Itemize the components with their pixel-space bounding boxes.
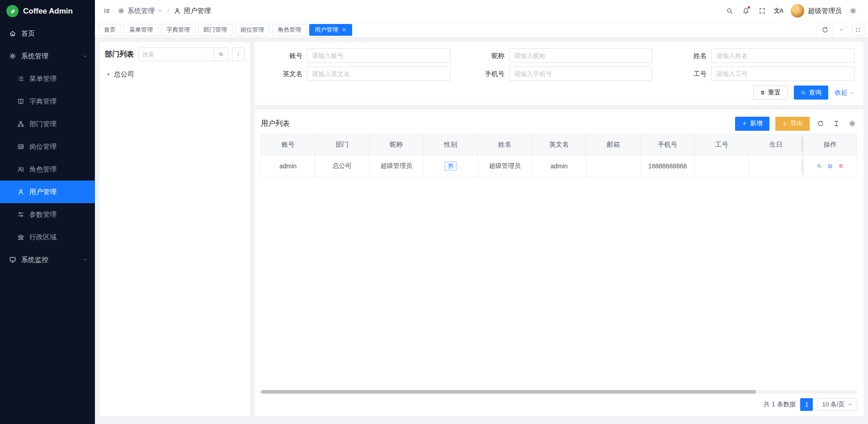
field-label: 英文名 bbox=[264, 70, 307, 78]
sidebar-item-user-management[interactable]: 用户管理 bbox=[0, 181, 95, 203]
book-icon bbox=[17, 98, 24, 105]
column-header: 生日 bbox=[749, 134, 803, 155]
search-form-card: 账号 昵称 姓名 英文名 bbox=[255, 42, 863, 105]
tab-dept-management[interactable]: 部门管理 bbox=[198, 24, 232, 36]
trash-icon bbox=[838, 163, 844, 169]
gear-icon bbox=[9, 52, 16, 60]
global-search-button[interactable] bbox=[722, 3, 737, 19]
tab-close-icon[interactable] bbox=[341, 27, 347, 33]
department-search-button[interactable] bbox=[214, 48, 228, 61]
cell-account: admin bbox=[261, 155, 315, 177]
collapse-sidebar-button[interactable] bbox=[99, 3, 115, 19]
field-label: 工号 bbox=[668, 70, 711, 78]
table-row[interactable]: admin 总公司 超级管理员 男 超级管理员 admin 1888888888… bbox=[261, 155, 857, 177]
tab-dict-management[interactable]: 字典管理 bbox=[161, 24, 195, 36]
tab-home[interactable]: 首页 bbox=[99, 24, 121, 36]
column-settings-button[interactable] bbox=[847, 120, 857, 127]
tab-user-management[interactable]: 用户管理 bbox=[309, 24, 352, 36]
department-search-input[interactable] bbox=[138, 48, 214, 61]
department-more-button[interactable] bbox=[232, 48, 245, 61]
refresh-icon bbox=[817, 120, 824, 127]
tab-label: 首页 bbox=[104, 26, 116, 34]
page-button-1[interactable]: 1 bbox=[800, 398, 813, 411]
table-header-row: 账号 部门 昵称 性别 姓名 英文名 邮箱 手机号 工号 生日 操作 bbox=[261, 134, 857, 155]
tabbar-tools bbox=[816, 22, 868, 37]
page-size-select[interactable]: 10 条/页 bbox=[817, 398, 857, 411]
breadcrumb-user-management[interactable]: 用户管理 bbox=[174, 7, 211, 15]
list-icon bbox=[17, 75, 24, 82]
sidebar-item-system-monitor[interactable]: 系统监控 bbox=[0, 248, 95, 271]
add-user-label: 新增 bbox=[750, 119, 763, 128]
search-icon bbox=[801, 90, 806, 95]
field-account: 账号 bbox=[264, 48, 450, 63]
reset-button[interactable]: 重置 bbox=[753, 86, 788, 100]
sidebar-item-label: 角色管理 bbox=[29, 165, 57, 174]
sidebar-item-region-management[interactable]: 行政区域 bbox=[0, 226, 95, 248]
user-icon bbox=[17, 188, 24, 195]
department-tree: 总公司 bbox=[105, 67, 245, 81]
english-name-input[interactable] bbox=[307, 67, 450, 81]
horizontal-scrollbar[interactable] bbox=[261, 390, 857, 394]
tree-expand-icon[interactable] bbox=[106, 71, 111, 77]
app-logo[interactable]: Coffee Admin bbox=[0, 0, 95, 22]
tab-label: 角色管理 bbox=[278, 26, 301, 34]
account-input[interactable] bbox=[307, 48, 450, 63]
sidebar-item-dept-management[interactable]: 部门管理 bbox=[0, 113, 95, 135]
tab-post-management[interactable]: 岗位管理 bbox=[235, 24, 269, 36]
sidebar-item-param-management[interactable]: 参数管理 bbox=[0, 203, 95, 226]
user-table: 账号 部门 昵称 性别 姓名 英文名 邮箱 手机号 工号 生日 操作 admin bbox=[261, 134, 857, 177]
download-icon bbox=[782, 121, 788, 126]
home-icon bbox=[9, 30, 16, 37]
main-area: 系统管理 / 用户管理 文A 超级管理员 bbox=[95, 0, 868, 424]
sidebar-item-system-management[interactable]: 系统管理 bbox=[0, 45, 95, 67]
tab-role-management[interactable]: 角色管理 bbox=[272, 24, 307, 36]
sidebar-item-role-management[interactable]: 角色管理 bbox=[0, 158, 95, 181]
user-avatar[interactable] bbox=[791, 4, 804, 18]
work-no-input[interactable] bbox=[711, 67, 854, 81]
gear-icon bbox=[849, 120, 856, 127]
sidebar-item-post-management[interactable]: 岗位管理 bbox=[0, 135, 95, 158]
name-input[interactable] bbox=[711, 48, 854, 63]
edit-row-button[interactable] bbox=[827, 163, 833, 169]
add-user-button[interactable]: 新增 bbox=[735, 117, 769, 131]
search-icon bbox=[726, 7, 733, 14]
delete-row-button[interactable] bbox=[838, 163, 844, 169]
column-header: 英文名 bbox=[532, 134, 586, 155]
settings-button[interactable] bbox=[845, 3, 861, 19]
user-list-card: 用户列表 新增 导出 bbox=[255, 110, 863, 416]
export-button[interactable]: 导出 bbox=[775, 117, 810, 131]
field-nickname: 昵称 bbox=[466, 48, 652, 63]
department-panel-header: 部门列表 bbox=[105, 48, 245, 61]
notifications-button[interactable] bbox=[738, 3, 754, 19]
query-button-label: 查询 bbox=[809, 89, 821, 97]
sidebar-item-home[interactable]: 首页 bbox=[0, 22, 95, 45]
query-button[interactable]: 查询 bbox=[794, 86, 828, 100]
sidebar-item-menu-management[interactable]: 菜单管理 bbox=[0, 67, 95, 90]
topbar-actions: 文A 超级管理员 bbox=[722, 3, 861, 19]
fullscreen-button[interactable] bbox=[755, 3, 770, 19]
phone-input[interactable] bbox=[509, 67, 652, 81]
nickname-input[interactable] bbox=[509, 48, 652, 63]
view-row-button[interactable] bbox=[816, 163, 822, 169]
tab-actions-button[interactable] bbox=[833, 22, 849, 37]
current-username[interactable]: 超级管理员 bbox=[808, 7, 842, 15]
language-button[interactable]: 文A bbox=[771, 3, 786, 19]
cell-gender: 男 bbox=[424, 155, 478, 177]
tree-node-root[interactable]: 总公司 bbox=[105, 67, 245, 81]
refresh-tab-button[interactable] bbox=[816, 22, 833, 37]
breadcrumb-system-management[interactable]: 系统管理 bbox=[118, 7, 163, 15]
content-fullscreen-button[interactable] bbox=[852, 24, 864, 36]
search-form: 账号 昵称 姓名 英文名 bbox=[264, 48, 854, 81]
collapse-form-button[interactable]: 收起 bbox=[835, 89, 854, 97]
sidebar-item-dict-management[interactable]: 字典管理 bbox=[0, 90, 95, 113]
refresh-list-button[interactable] bbox=[816, 120, 826, 127]
row-height-button[interactable] bbox=[831, 120, 841, 127]
export-label: 导出 bbox=[790, 119, 803, 128]
column-header: 昵称 bbox=[369, 134, 424, 155]
chevron-down-icon bbox=[839, 27, 844, 33]
department-panel-title: 部门列表 bbox=[105, 50, 134, 59]
chevron-up-icon bbox=[849, 90, 854, 95]
tab-menu-management[interactable]: 菜单管理 bbox=[124, 24, 158, 36]
search-form-actions: 重置 查询 收起 bbox=[264, 86, 854, 100]
scrollbar-thumb[interactable] bbox=[261, 390, 756, 394]
